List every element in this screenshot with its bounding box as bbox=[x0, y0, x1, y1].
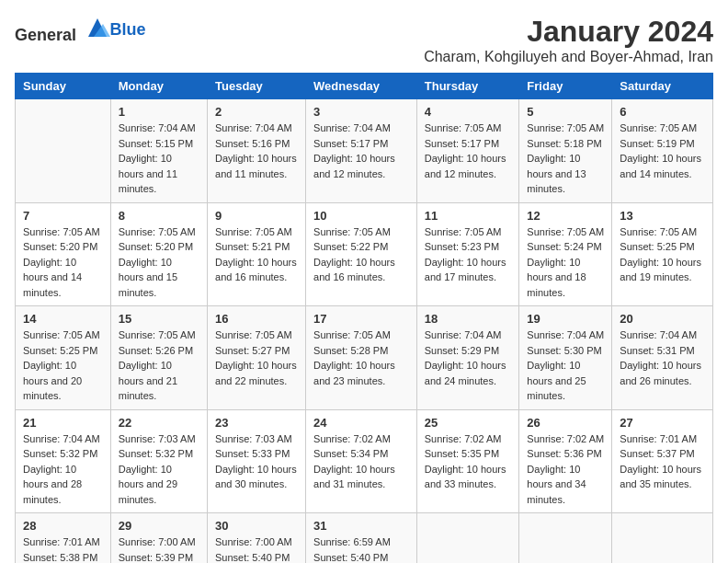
daylight: Daylight: 10 hours and 21 minutes. bbox=[119, 360, 177, 401]
calendar-cell: 15 Sunrise: 7:05 AM Sunset: 5:26 PM Dayl… bbox=[110, 306, 207, 410]
sunset: Sunset: 5:25 PM bbox=[620, 241, 694, 252]
sunset: Sunset: 5:27 PM bbox=[215, 345, 290, 356]
day-info: Sunrise: 7:02 AM Sunset: 5:34 PM Dayligh… bbox=[313, 431, 409, 492]
calendar-cell: 10 Sunrise: 7:05 AM Sunset: 5:22 PM Dayl… bbox=[306, 202, 417, 306]
daylight: Daylight: 10 hours and 15 minutes. bbox=[119, 257, 177, 298]
daylight: Daylight: 10 hours and 16 minutes. bbox=[215, 257, 297, 283]
sunrise: Sunrise: 7:05 AM bbox=[119, 329, 196, 340]
sunrise: Sunrise: 7:05 AM bbox=[313, 226, 391, 237]
logo-general: General bbox=[15, 26, 76, 44]
sunrise: Sunrise: 7:05 AM bbox=[620, 122, 697, 133]
sunset: Sunset: 5:40 PM bbox=[215, 552, 290, 563]
calendar-cell: 4 Sunrise: 7:05 AM Sunset: 5:17 PM Dayli… bbox=[416, 99, 519, 203]
calendar-week-3: 14 Sunrise: 7:05 AM Sunset: 5:25 PM Dayl… bbox=[16, 306, 713, 410]
header-sunday: Sunday bbox=[16, 74, 111, 99]
calendar-cell: 8 Sunrise: 7:05 AM Sunset: 5:20 PM Dayli… bbox=[110, 202, 207, 306]
header-tuesday: Tuesday bbox=[208, 74, 306, 99]
day-info: Sunrise: 7:05 AM Sunset: 5:25 PM Dayligh… bbox=[23, 327, 103, 404]
logo: General Blue bbox=[15, 15, 146, 45]
calendar-cell: 21 Sunrise: 7:04 AM Sunset: 5:32 PM Dayl… bbox=[16, 409, 111, 513]
sunset: Sunset: 5:29 PM bbox=[425, 345, 499, 356]
header-friday: Friday bbox=[519, 74, 612, 99]
calendar-cell: 28 Sunrise: 7:01 AM Sunset: 5:38 PM Dayl… bbox=[16, 513, 111, 564]
sunset: Sunset: 5:24 PM bbox=[527, 241, 601, 252]
header-wednesday: Wednesday bbox=[306, 74, 417, 99]
daylight: Daylight: 10 hours and 13 minutes. bbox=[527, 153, 586, 194]
calendar-cell: 23 Sunrise: 7:03 AM Sunset: 5:33 PM Dayl… bbox=[208, 409, 306, 513]
sunset: Sunset: 5:21 PM bbox=[215, 241, 290, 252]
daylight: Daylight: 10 hours and 14 minutes. bbox=[23, 257, 82, 298]
sunrise: Sunrise: 7:03 AM bbox=[215, 433, 292, 444]
day-number: 4 bbox=[425, 105, 512, 119]
day-info: Sunrise: 7:04 AM Sunset: 5:17 PM Dayligh… bbox=[313, 121, 409, 181]
daylight: Daylight: 10 hours and 14 minutes. bbox=[620, 153, 701, 179]
day-info: Sunrise: 7:05 AM Sunset: 5:23 PM Dayligh… bbox=[425, 224, 512, 285]
header-monday: Monday bbox=[110, 74, 207, 99]
calendar-cell: 16 Sunrise: 7:05 AM Sunset: 5:27 PM Dayl… bbox=[208, 306, 306, 410]
sunrise: Sunrise: 7:04 AM bbox=[620, 329, 697, 340]
calendar-cell: 26 Sunrise: 7:02 AM Sunset: 5:36 PM Dayl… bbox=[519, 409, 612, 513]
calendar-cell: 19 Sunrise: 7:04 AM Sunset: 5:30 PM Dayl… bbox=[519, 306, 612, 410]
day-info: Sunrise: 7:05 AM Sunset: 5:25 PM Dayligh… bbox=[620, 224, 705, 285]
day-info: Sunrise: 7:04 AM Sunset: 5:30 PM Dayligh… bbox=[527, 327, 604, 404]
sunset: Sunset: 5:20 PM bbox=[23, 241, 97, 252]
daylight: Daylight: 10 hours and 11 minutes. bbox=[119, 153, 177, 194]
sunrise: Sunrise: 7:05 AM bbox=[620, 226, 697, 237]
calendar-cell: 24 Sunrise: 7:02 AM Sunset: 5:34 PM Dayl… bbox=[306, 409, 417, 513]
sunset: Sunset: 5:32 PM bbox=[23, 448, 97, 459]
sunrise: Sunrise: 7:04 AM bbox=[215, 122, 292, 133]
day-info: Sunrise: 7:04 AM Sunset: 5:15 PM Dayligh… bbox=[119, 121, 199, 197]
daylight: Daylight: 10 hours and 28 minutes. bbox=[23, 464, 82, 505]
sunset: Sunset: 5:40 PM bbox=[313, 552, 388, 563]
header-saturday: Saturday bbox=[612, 74, 713, 99]
main-title: January 2024 bbox=[424, 15, 713, 49]
day-info: Sunrise: 7:05 AM Sunset: 5:22 PM Dayligh… bbox=[313, 224, 409, 285]
daylight: Daylight: 10 hours and 22 minutes. bbox=[215, 360, 297, 386]
sunset: Sunset: 5:34 PM bbox=[313, 448, 388, 459]
sunrise: Sunrise: 7:05 AM bbox=[23, 329, 100, 340]
day-info: Sunrise: 7:04 AM Sunset: 5:32 PM Dayligh… bbox=[23, 431, 103, 508]
day-number: 17 bbox=[313, 312, 409, 326]
sunrise: Sunrise: 7:05 AM bbox=[527, 226, 604, 237]
logo-icon bbox=[85, 15, 110, 40]
calendar-cell: 5 Sunrise: 7:05 AM Sunset: 5:18 PM Dayli… bbox=[519, 99, 612, 203]
calendar-week-1: 1 Sunrise: 7:04 AM Sunset: 5:15 PM Dayli… bbox=[16, 99, 713, 203]
sunset: Sunset: 5:33 PM bbox=[215, 448, 290, 459]
calendar-table: SundayMondayTuesdayWednesdayThursdayFrid… bbox=[15, 73, 713, 563]
daylight: Daylight: 10 hours and 35 minutes. bbox=[620, 464, 701, 490]
sunset: Sunset: 5:22 PM bbox=[313, 241, 388, 252]
sunrise: Sunrise: 7:00 AM bbox=[215, 536, 292, 547]
calendar-cell: 13 Sunrise: 7:05 AM Sunset: 5:25 PM Dayl… bbox=[612, 202, 713, 306]
logo-blue: Blue bbox=[110, 20, 146, 39]
day-info: Sunrise: 7:05 AM Sunset: 5:19 PM Dayligh… bbox=[620, 121, 705, 181]
day-info: Sunrise: 7:01 AM Sunset: 5:38 PM Dayligh… bbox=[23, 534, 103, 563]
day-number: 13 bbox=[620, 209, 705, 223]
day-info: Sunrise: 7:05 AM Sunset: 5:24 PM Dayligh… bbox=[527, 224, 604, 301]
daylight: Daylight: 10 hours and 23 minutes. bbox=[313, 360, 395, 386]
day-number: 27 bbox=[620, 416, 705, 430]
daylight: Daylight: 10 hours and 20 minutes. bbox=[23, 360, 82, 401]
daylight: Daylight: 10 hours and 29 minutes. bbox=[119, 464, 177, 505]
day-number: 10 bbox=[313, 209, 409, 223]
sunset: Sunset: 5:20 PM bbox=[119, 241, 193, 252]
sunset: Sunset: 5:37 PM bbox=[620, 448, 694, 459]
day-info: Sunrise: 7:04 AM Sunset: 5:31 PM Dayligh… bbox=[620, 327, 705, 388]
day-number: 11 bbox=[425, 209, 512, 223]
day-info: Sunrise: 7:04 AM Sunset: 5:29 PM Dayligh… bbox=[425, 327, 512, 388]
day-number: 22 bbox=[119, 416, 199, 430]
sunrise: Sunrise: 7:02 AM bbox=[313, 433, 391, 444]
daylight: Daylight: 10 hours and 11 minutes. bbox=[215, 153, 297, 179]
calendar-cell bbox=[16, 99, 111, 203]
day-info: Sunrise: 7:05 AM Sunset: 5:18 PM Dayligh… bbox=[527, 121, 604, 197]
calendar-week-4: 21 Sunrise: 7:04 AM Sunset: 5:32 PM Dayl… bbox=[16, 409, 713, 513]
day-info: Sunrise: 7:02 AM Sunset: 5:35 PM Dayligh… bbox=[425, 431, 512, 492]
sunset: Sunset: 5:25 PM bbox=[23, 345, 97, 356]
day-info: Sunrise: 7:05 AM Sunset: 5:27 PM Dayligh… bbox=[215, 327, 298, 388]
sunset: Sunset: 5:18 PM bbox=[527, 138, 601, 149]
sunrise: Sunrise: 7:05 AM bbox=[527, 122, 604, 133]
sunrise: Sunrise: 7:01 AM bbox=[620, 433, 697, 444]
day-info: Sunrise: 7:05 AM Sunset: 5:20 PM Dayligh… bbox=[119, 224, 199, 301]
calendar-cell bbox=[416, 513, 519, 564]
sunset: Sunset: 5:39 PM bbox=[119, 552, 193, 563]
day-number: 12 bbox=[527, 209, 604, 223]
